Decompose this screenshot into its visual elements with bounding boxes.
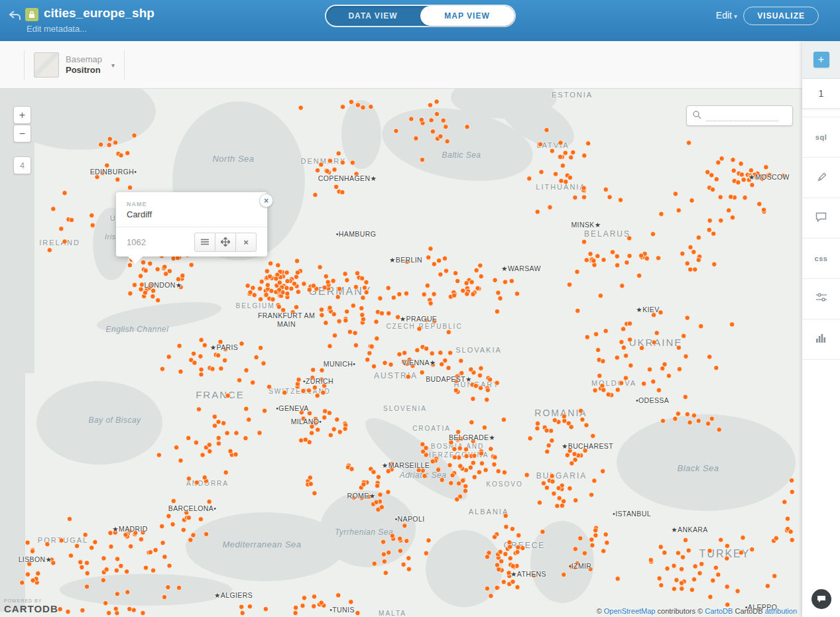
city-label: FRANKFURT AM MAIN — [258, 311, 315, 329]
speech-bubble-icon — [815, 212, 827, 225]
filters-tool-button[interactable] — [802, 279, 840, 319]
city-label: VIENNA★ — [402, 359, 436, 367]
city-label: EDINBURGH• — [90, 168, 137, 176]
city-label: •ZURICH — [303, 377, 333, 386]
sql-icon: sql — [815, 133, 827, 141]
city-label: •ODESSA — [636, 396, 669, 405]
city-label: ★BERLIN — [389, 256, 422, 264]
tab-map-view[interactable]: MAP VIEW — [420, 6, 514, 26]
city-label: •IZMIR — [569, 562, 592, 571]
visualize-button[interactable]: VISUALIZE — [743, 7, 819, 25]
css-icon: css — [815, 254, 828, 262]
search-input[interactable] — [706, 110, 778, 121]
city-label: ★MOSCOW — [749, 173, 790, 182]
map-attribution: © OpenStreetMap contributors © CartoDB C… — [597, 607, 797, 615]
powered-by-label: POWERED BY — [4, 598, 58, 603]
infowindow-popup: × NAME Cardiff 1062 — [116, 192, 267, 256]
tab-data-view[interactable]: DATA VIEW — [326, 6, 420, 26]
chevron-down-icon: ▾ — [734, 13, 737, 20]
zoom-level-indicator: 4 — [13, 156, 31, 174]
city-label: ★ATHENS — [510, 570, 546, 579]
edit-metadata-link[interactable]: Edit metadata... — [27, 24, 87, 34]
zoom-out-button[interactable]: − — [13, 125, 31, 142]
search-icon — [692, 110, 701, 122]
attribution-text: © — [597, 607, 604, 615]
sliders-icon — [816, 293, 827, 305]
city-label: ROME★ — [347, 492, 376, 500]
attribution-text: CartoDB — [733, 607, 764, 615]
popup-feature-id: 1062 — [127, 237, 146, 247]
basemap-thumbnail — [34, 52, 59, 78]
city-label: •HAMBURG — [336, 230, 377, 239]
city-label: ★WARSAW — [501, 264, 541, 273]
city-label-layer: EDINBURGH•COPENHAGEN★★MOSCOWMINSK★•HAMBU… — [0, 88, 802, 617]
view-toggle: DATA VIEW MAP VIEW — [326, 6, 514, 26]
city-label: •GENEVA — [276, 404, 308, 413]
back-arrow-icon[interactable] — [8, 9, 23, 23]
city-label: COPENHAGEN★ — [318, 174, 377, 183]
map-search — [686, 105, 793, 126]
list-icon[interactable] — [194, 233, 215, 252]
edit-label: Edit — [716, 10, 732, 21]
city-label: BELGRADE★ — [449, 433, 495, 442]
header: cities_europe_shp Edit metadata... DATA … — [0, 0, 840, 41]
pencil-icon — [816, 171, 827, 184]
edit-dropdown[interactable]: Edit▾ — [716, 10, 737, 21]
privacy-lock-icon[interactable] — [25, 8, 38, 21]
city-label: ★MARSEILLE — [382, 461, 430, 470]
city-label: MINSK★ — [571, 221, 601, 229]
attribution-text: contributors © — [655, 607, 705, 615]
infowindow-tool-button[interactable] — [802, 198, 840, 239]
popup-toolbar: × — [194, 233, 257, 252]
chevron-down-icon: ▾ — [111, 62, 115, 69]
city-label: ★PARIS — [210, 343, 239, 352]
city-label: •TUNIS — [330, 606, 355, 614]
city-label: ★KIEV — [636, 306, 659, 314]
cartodb-logo: POWERED BY CARTODB — [4, 598, 58, 614]
basemap-toolbar: Basemap Positron ▾ — [0, 41, 802, 89]
city-label: ★BUCHAREST — [562, 442, 613, 451]
bar-chart-icon — [816, 333, 827, 345]
remove-icon[interactable]: × — [236, 233, 257, 252]
city-label: BUDAPEST★ — [426, 375, 472, 384]
city-label: •ISTANBUL — [613, 510, 651, 518]
add-layer-button[interactable]: + — [813, 52, 829, 68]
city-label: MUNICH• — [324, 360, 355, 368]
cartodb-app: cities_europe_shp Edit metadata... DATA … — [0, 0, 840, 617]
city-label: ★ANKARA — [671, 526, 707, 534]
cartodb-wordmark: CARTODB — [4, 603, 58, 614]
popup-field-label: NAME — [127, 201, 257, 207]
basemap-label: Basemap — [66, 54, 102, 65]
layers-sidebar: + 1 sql css — [802, 41, 840, 617]
city-label: ★MADRID — [112, 525, 148, 533]
city-label: ★PRAGUE — [400, 315, 438, 323]
zoom-in-button[interactable]: + — [13, 106, 31, 124]
stats-tool-button[interactable] — [802, 319, 840, 360]
city-label: BARCELONA• — [168, 504, 216, 513]
table-title[interactable]: cities_europe_shp — [44, 6, 154, 21]
popup-field-value: Cardiff — [127, 209, 257, 219]
pan-to-feature-icon[interactable] — [215, 233, 236, 252]
support-chat-button[interactable] — [811, 589, 831, 609]
attribution-link[interactable]: attribution — [765, 607, 797, 615]
city-label: MILANO• — [291, 418, 322, 426]
map-canvas[interactable]: North SeaBaltic SeaIrish SeaEnglish Chan… — [0, 88, 802, 617]
wizard-tool-button[interactable] — [802, 158, 840, 198]
layer-tab-1[interactable]: 1 — [802, 79, 840, 109]
basemap-selector[interactable]: Basemap Positron ▾ — [24, 50, 125, 80]
close-icon[interactable]: × — [259, 194, 273, 207]
city-label: ★ALGIERS — [214, 591, 253, 600]
css-tool-button[interactable]: css — [802, 239, 840, 279]
sql-tool-button[interactable]: sql — [802, 117, 840, 158]
basemap-value: Positron — [66, 65, 102, 76]
city-label: •NAPOLI — [395, 515, 425, 524]
attribution-link[interactable]: OpenStreetMap — [604, 607, 656, 615]
city-label: LISBON★ — [19, 555, 52, 564]
city-label: LONDON★ — [144, 281, 182, 290]
attribution-link[interactable]: CartoDB — [705, 607, 733, 615]
